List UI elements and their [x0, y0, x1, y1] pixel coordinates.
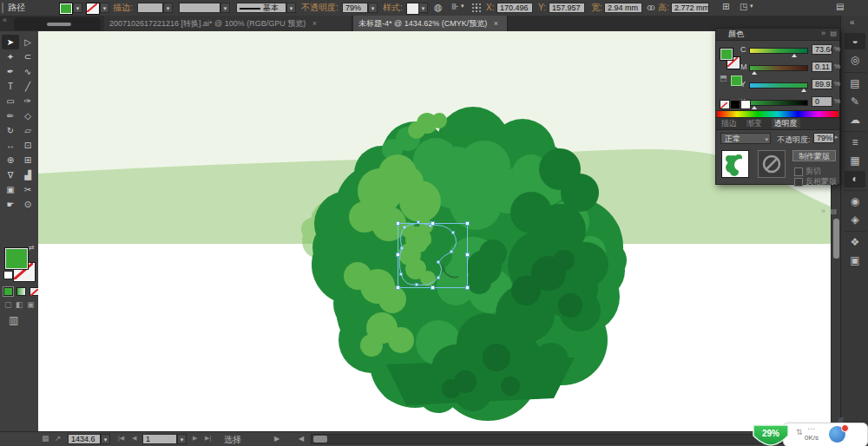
h-field[interactable]: 2.772 mm: [671, 3, 709, 13]
channel-slider[interactable]: [749, 48, 808, 54]
tool-zoom[interactable]: ⊙: [19, 197, 36, 212]
color-panel-header[interactable]: 颜色 » ▤: [716, 29, 839, 41]
artboard-nav-icon[interactable]: ▦: [42, 434, 49, 443]
width-profile-arrow[interactable]: ▾: [220, 3, 230, 13]
prev-artboard-icon[interactable]: ◀: [132, 435, 136, 442]
white-swatch[interactable]: [740, 100, 751, 109]
panel-menu-icon[interactable]: ▤: [830, 30, 837, 37]
tool-width[interactable]: ↔: [2, 138, 19, 153]
dock-graphic-styles-icon[interactable]: ◈: [845, 212, 865, 228]
tool-graph[interactable]: ▟: [19, 167, 36, 182]
zoom-level-arrow[interactable]: ▾: [101, 434, 110, 444]
document-tab-inactive[interactable]: 2007102617221216 [转换].ai* @ 100% (RGB/GP…: [104, 16, 352, 31]
dock-color-icon[interactable]: ◒: [845, 33, 865, 49]
none-swatch[interactable]: [720, 100, 730, 109]
tool-eyedropper[interactable]: ∇: [2, 167, 19, 182]
tool-selection[interactable]: ➤: [2, 35, 19, 49]
opacity-flyout-icon[interactable]: ▸: [835, 134, 838, 141]
panel-expand-icon[interactable]: »: [821, 207, 825, 215]
dock-symbols-icon[interactable]: ☁: [845, 112, 865, 128]
selection-bounding-box[interactable]: [398, 223, 468, 288]
horizontal-scroll-thumb[interactable]: [313, 436, 327, 443]
hscroll-left-arrow[interactable]: ◀: [299, 435, 304, 443]
selection-handle-n[interactable]: [431, 221, 435, 226]
isolate-arrow[interactable]: ▾: [750, 3, 753, 10]
channel-value[interactable]: 73.66: [812, 44, 832, 55]
document-tab-active[interactable]: 未标题-4* @ 1434.62% (CMYK/预览) ×: [353, 16, 508, 31]
tool-artboard[interactable]: ▣: [2, 182, 19, 197]
make-mask-button[interactable]: 制作蒙版: [792, 150, 836, 161]
fill-proxy-swatch[interactable]: [4, 247, 29, 270]
black-swatch[interactable]: [730, 100, 740, 109]
dock-brushes-icon[interactable]: ✎: [845, 94, 865, 110]
hscroll-right-arrow[interactable]: ▶: [274, 435, 279, 443]
w-field[interactable]: 2.94 mm: [604, 3, 642, 13]
constrain-link-icon[interactable]: [647, 3, 655, 12]
brush-definition-arrow[interactable]: ▾: [286, 3, 296, 13]
default-fill-stroke-icon[interactable]: [3, 271, 13, 279]
last-artboard-icon[interactable]: ▶|: [205, 435, 211, 442]
opacity-arrow[interactable]: ▾: [368, 3, 378, 13]
tool-type[interactable]: T: [2, 79, 19, 94]
speed-bubble[interactable]: ⇅ ⋯ 0K/s: [783, 423, 868, 446]
tool-line-segment[interactable]: ╱: [19, 79, 36, 94]
panel-expand-icon[interactable]: »: [821, 29, 825, 37]
selection-handle-se[interactable]: [465, 285, 470, 290]
dock-artboards-icon[interactable]: ▣: [845, 253, 865, 269]
arrange-docs-icon[interactable]: ↗: [55, 434, 62, 443]
style-label[interactable]: 样式:: [383, 0, 403, 16]
fill-dropdown-arrow[interactable]: ▾: [73, 3, 82, 13]
invert-mask-checkbox[interactable]: 反相蒙版: [794, 176, 837, 187]
slider-marker[interactable]: [792, 54, 797, 57]
selection-handle-w[interactable]: [396, 253, 400, 257]
swap-fill-stroke-icon[interactable]: ⇄: [29, 244, 35, 252]
stroke-width-arrow[interactable]: ▾: [163, 3, 173, 13]
opacity-field[interactable]: 79%: [342, 3, 368, 13]
stroke-dropdown-arrow[interactable]: ▾: [100, 3, 109, 13]
draw-inside-icon[interactable]: ▣: [27, 300, 35, 309]
brush-definition-field[interactable]: 基本: [236, 3, 286, 13]
channel-value[interactable]: 0: [812, 96, 832, 107]
style-swatch[interactable]: [406, 3, 419, 15]
selection-handle-nw[interactable]: [396, 221, 400, 226]
dock-stroke-icon[interactable]: ≡: [845, 134, 865, 151]
tab-close-icon[interactable]: ×: [494, 19, 498, 28]
zoom-level-field[interactable]: 1434.6: [68, 434, 101, 444]
isolate-object-icon[interactable]: ◳: [740, 2, 747, 11]
slider-marker[interactable]: [801, 89, 806, 92]
tab-gradient[interactable]: 渐变: [746, 119, 762, 128]
dock-expand-icon[interactable]: «: [850, 17, 855, 27]
first-artboard-icon[interactable]: |◀: [118, 435, 124, 442]
gamut-warning-cube-icon[interactable]: ⬒: [720, 74, 727, 82]
slider-marker[interactable]: [752, 106, 757, 109]
tool-shape-builder[interactable]: ⊕: [2, 153, 19, 167]
draw-normal-icon[interactable]: ▢: [4, 300, 12, 309]
tool-eraser[interactable]: ◇: [19, 108, 36, 123]
control-panel-menu-icon[interactable]: ▤: [836, 2, 844, 11]
tool-paintbrush[interactable]: ✑: [19, 94, 36, 108]
color-spectrum-bar[interactable]: [717, 110, 838, 117]
stroke-color-swatch[interactable]: [86, 3, 100, 15]
progress-shield[interactable]: 29%: [752, 424, 790, 446]
channel-value[interactable]: 0.11: [812, 62, 832, 72]
tool-hand[interactable]: ☛: [2, 197, 19, 212]
dock-swatches-icon[interactable]: ▤: [845, 75, 865, 92]
tool-curvature[interactable]: ∿: [19, 64, 36, 79]
tab-close-icon[interactable]: ×: [312, 19, 317, 28]
tool-magic-wand[interactable]: ✦: [2, 49, 19, 64]
channel-slider[interactable]: [749, 65, 808, 71]
tool-mesh[interactable]: ⊞: [19, 153, 36, 167]
selection-handle-s[interactable]: [431, 285, 435, 290]
panel-menu-icon[interactable]: ▤: [830, 207, 837, 215]
tools-panel-stub[interactable]: [14, 17, 101, 30]
tab-transparency[interactable]: 透明度: [772, 118, 800, 128]
channel-slider[interactable]: [749, 82, 808, 89]
fill-color-swatch[interactable]: [59, 3, 73, 15]
y-field[interactable]: 157.957: [549, 3, 585, 13]
dock-gradient-icon[interactable]: ▦: [845, 153, 865, 169]
tool-rotate[interactable]: ↻: [2, 123, 19, 138]
object-thumbnail[interactable]: [721, 150, 749, 178]
screen-mode-icon[interactable]: ▥: [9, 314, 18, 326]
opacity-label[interactable]: 不透明度:: [301, 0, 339, 16]
tools-collapse-icon[interactable]: «: [3, 16, 7, 24]
